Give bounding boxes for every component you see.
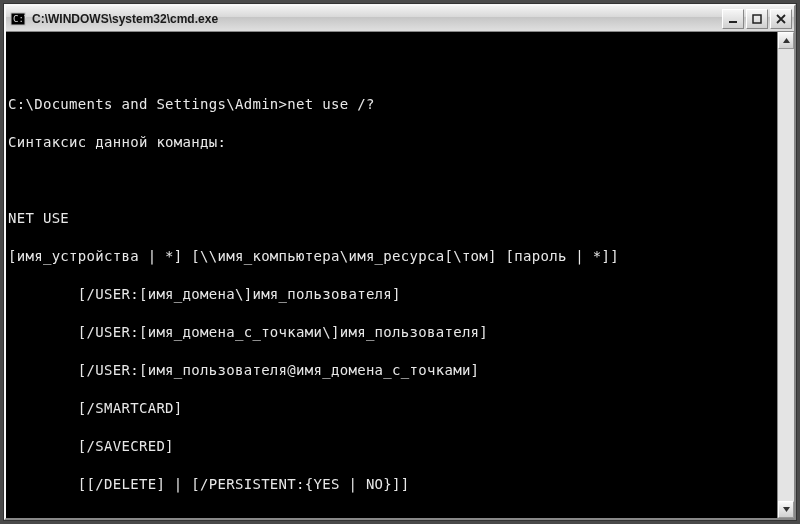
svg-rect-2	[729, 21, 737, 23]
command-text: net use /?	[287, 96, 374, 112]
cmd-window: C:\ C:\WINDOWS\system32\cmd.exe C:\Docum…	[4, 4, 796, 520]
window-title: C:\WINDOWS\system32\cmd.exe	[32, 12, 722, 26]
output-line: [имя_устройства | *] [\\имя_компьютера\и…	[8, 247, 771, 266]
minimize-button[interactable]	[722, 9, 744, 29]
close-button[interactable]	[770, 9, 792, 29]
output-line: [/SAVECRED]	[8, 437, 771, 456]
output-line: [/USER:[имя_домена\]имя_пользователя]	[8, 285, 771, 304]
output-line: [/USER:[имя_пользователя@имя_домена_с_то…	[8, 361, 771, 380]
client-area: C:\Documents and Settings\Admin>net use …	[6, 32, 794, 518]
cmd-icon: C:\	[10, 11, 26, 27]
scroll-down-button[interactable]	[778, 501, 794, 518]
window-buttons	[722, 9, 792, 29]
output-line: [/USER:[имя_домена_с_точками\]имя_пользо…	[8, 323, 771, 342]
output-line: Синтаксис данной команды:	[8, 133, 771, 152]
empty-line	[8, 57, 771, 76]
scroll-track[interactable]	[778, 49, 794, 501]
prompt-line: C:\Documents and Settings\Admin>net use …	[8, 95, 771, 114]
terminal[interactable]: C:\Documents and Settings\Admin>net use …	[6, 32, 777, 518]
scroll-up-button[interactable]	[778, 32, 794, 49]
titlebar[interactable]: C:\ C:\WINDOWS\system32\cmd.exe	[6, 6, 794, 32]
output-line: [[/DELETE] | [/PERSISTENT:{YES | NO}]]	[8, 475, 771, 494]
output-line: NET USE	[8, 209, 771, 228]
svg-text:C:\: C:\	[13, 14, 26, 24]
maximize-button[interactable]	[746, 9, 768, 29]
vertical-scrollbar[interactable]	[777, 32, 794, 518]
output-line: [/SMARTCARD]	[8, 399, 771, 418]
svg-rect-3	[753, 15, 761, 23]
prompt: C:\Documents and Settings\Admin>	[8, 96, 287, 112]
